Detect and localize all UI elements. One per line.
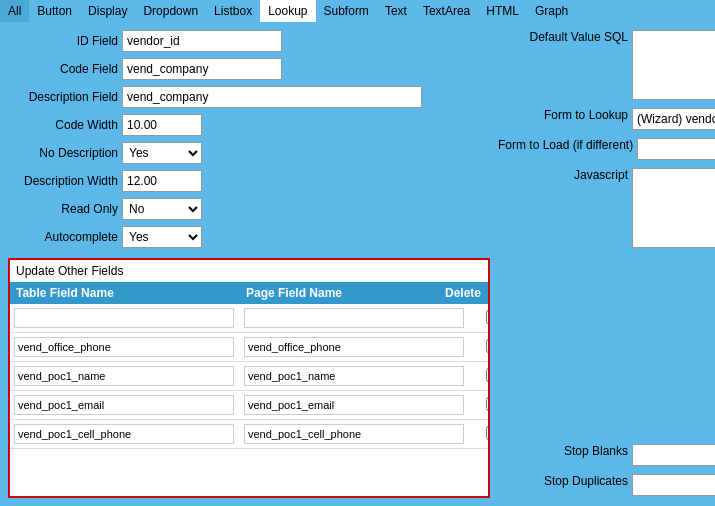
code-field-row: Code Field <box>8 58 490 80</box>
stop-duplicates-label: Stop Duplicates <box>498 474 628 488</box>
update-fields-header: Table Field Name Page Field Name Delete <box>10 282 488 304</box>
delete-checkbox[interactable] <box>486 397 488 411</box>
autocomplete-label: Autocomplete <box>8 230 118 244</box>
nav-tab-button[interactable]: Button <box>29 0 80 22</box>
description-width-input[interactable] <box>122 170 202 192</box>
page-field-input[interactable] <box>244 337 464 357</box>
top-navigation: AllButtonDisplayDropdownListboxLookupSub… <box>0 0 715 22</box>
update-fields-container: Update Other Fields Table Field Name Pag… <box>8 258 490 498</box>
form-to-load-row: Form to Load (if different) <box>498 138 715 160</box>
autocomplete-select[interactable]: Yes No <box>122 226 202 248</box>
table-field-input[interactable] <box>14 424 234 444</box>
right-panel: Default Value SQL Form to Lookup Form to… <box>498 30 715 498</box>
stop-blanks-label: Stop Blanks <box>498 444 628 458</box>
id-field-input[interactable] <box>122 30 282 52</box>
code-width-input[interactable] <box>122 114 202 136</box>
description-field-label: Description Field <box>8 90 118 104</box>
form-to-lookup-label: Form to Lookup <box>498 108 628 122</box>
javascript-label: Javascript <box>498 168 628 182</box>
table-row <box>10 391 488 420</box>
read-only-label: Read Only <box>8 202 118 216</box>
update-fields-title: Update Other Fields <box>10 260 488 282</box>
col-table-header: Table Field Name <box>10 282 240 304</box>
stop-duplicates-select[interactable]: Yes No <box>632 474 715 496</box>
page-field-cell <box>240 335 468 359</box>
table-field-cell <box>10 364 240 388</box>
delete-checkbox[interactable] <box>486 426 488 440</box>
table-row <box>10 304 488 333</box>
description-width-label: Description Width <box>8 174 118 188</box>
delete-checkbox[interactable] <box>486 368 488 382</box>
code-field-label: Code Field <box>8 62 118 76</box>
nav-tab-all[interactable]: All <box>0 0 29 22</box>
default-value-input[interactable] <box>632 30 715 100</box>
delete-checkbox[interactable] <box>486 339 488 353</box>
page-field-input[interactable] <box>244 308 464 328</box>
javascript-input[interactable] <box>632 168 715 248</box>
nav-tab-textarea[interactable]: TextArea <box>415 0 478 22</box>
form-to-load-label: Form to Load (if different) <box>498 138 633 152</box>
nav-tab-display[interactable]: Display <box>80 0 135 22</box>
update-fields-body[interactable] <box>10 304 488 449</box>
code-field-input[interactable] <box>122 58 282 80</box>
description-field-input[interactable] <box>122 86 422 108</box>
nav-tab-html[interactable]: HTML <box>478 0 527 22</box>
description-width-row: Description Width <box>8 170 490 192</box>
default-value-label: Default Value SQL <box>498 30 628 44</box>
description-field-row: Description Field <box>8 86 490 108</box>
delete-cell <box>468 366 488 387</box>
nav-tab-text[interactable]: Text <box>377 0 415 22</box>
code-width-row: Code Width <box>8 114 490 136</box>
table-field-cell <box>10 335 240 359</box>
stop-duplicates-row: Stop Duplicates Yes No <box>498 474 715 496</box>
no-description-label: No Description <box>8 146 118 160</box>
javascript-row: Javascript <box>498 168 715 248</box>
page-field-input[interactable] <box>244 395 464 415</box>
main-content: ID Field Code Field Description Field Co… <box>0 22 715 506</box>
form-to-load-input[interactable] <box>637 138 715 160</box>
page-field-input[interactable] <box>244 424 464 444</box>
page-field-cell <box>240 422 468 446</box>
form-to-lookup-input[interactable] <box>632 108 715 130</box>
code-width-label: Code Width <box>8 118 118 132</box>
read-only-row: Read Only No Yes <box>8 198 490 220</box>
id-field-row: ID Field <box>8 30 490 52</box>
delete-checkbox[interactable] <box>486 310 488 324</box>
nav-tab-graph[interactable]: Graph <box>527 0 576 22</box>
col-page-header: Page Field Name <box>240 282 438 304</box>
stop-blanks-row: Stop Blanks Yes No <box>498 444 715 466</box>
nav-tab-subform[interactable]: Subform <box>316 0 377 22</box>
delete-cell <box>468 395 488 416</box>
table-row <box>10 362 488 391</box>
id-field-label: ID Field <box>8 34 118 48</box>
table-field-input[interactable] <box>14 395 234 415</box>
read-only-select[interactable]: No Yes <box>122 198 202 220</box>
table-field-input[interactable] <box>14 337 234 357</box>
autocomplete-row: Autocomplete Yes No <box>8 226 490 248</box>
table-row <box>10 333 488 362</box>
no-description-row: No Description Yes No <box>8 142 490 164</box>
no-description-select[interactable]: Yes No <box>122 142 202 164</box>
table-row <box>10 420 488 449</box>
delete-cell <box>468 337 488 358</box>
page-field-cell <box>240 364 468 388</box>
table-field-cell <box>10 393 240 417</box>
nav-tab-listbox[interactable]: Listbox <box>206 0 260 22</box>
delete-cell <box>468 424 488 445</box>
table-field-cell <box>10 422 240 446</box>
page-field-input[interactable] <box>244 366 464 386</box>
table-field-input[interactable] <box>14 366 234 386</box>
col-delete-header: Delete <box>438 282 488 304</box>
page-field-cell <box>240 393 468 417</box>
nav-tab-lookup[interactable]: Lookup <box>260 0 315 22</box>
delete-cell <box>468 308 488 329</box>
table-field-cell <box>10 306 240 330</box>
left-panel: ID Field Code Field Description Field Co… <box>8 30 490 498</box>
stop-blanks-select[interactable]: Yes No <box>632 444 715 466</box>
default-value-row: Default Value SQL <box>498 30 715 100</box>
nav-tab-dropdown[interactable]: Dropdown <box>135 0 206 22</box>
table-field-input[interactable] <box>14 308 234 328</box>
form-to-lookup-row: Form to Lookup <box>498 108 715 130</box>
page-field-cell <box>240 306 468 330</box>
